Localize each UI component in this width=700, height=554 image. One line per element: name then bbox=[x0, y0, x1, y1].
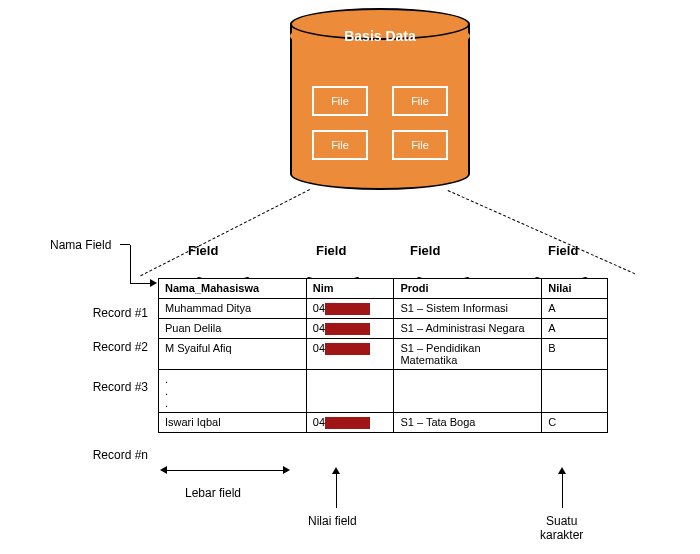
col-header-prodi: Prodi bbox=[394, 279, 542, 299]
cell-nilai: A bbox=[542, 299, 608, 319]
record-label-1: Record #1 bbox=[68, 306, 148, 320]
ellipsis-cell bbox=[306, 370, 394, 413]
karakter-arrowhead bbox=[558, 467, 566, 474]
lebar-arrow-line bbox=[167, 470, 283, 471]
col-header-nama: Nama_Mahasiswa bbox=[159, 279, 307, 299]
nim-prefix: 04 bbox=[313, 322, 325, 334]
field-label-2: Field bbox=[316, 243, 346, 258]
cell-nilai: A bbox=[542, 319, 608, 339]
redacted-block bbox=[325, 343, 370, 355]
nama-field-label: Nama Field bbox=[50, 238, 111, 252]
nama-field-connector bbox=[120, 244, 130, 245]
diagram-root: { "db": { "title": "Basis Data", "file_l… bbox=[0, 0, 700, 554]
field-label-3: Field bbox=[410, 243, 440, 258]
cell-nama: Muhammad Ditya bbox=[159, 299, 307, 319]
field-label-4: Field bbox=[548, 243, 578, 258]
cell-nim: 04 bbox=[306, 339, 394, 370]
cell-nilai: B bbox=[542, 339, 608, 370]
lebar-field-label: Lebar field bbox=[185, 486, 241, 500]
cell-nama: M Syaiful Afiq bbox=[159, 339, 307, 370]
nama-field-line-v bbox=[130, 245, 131, 283]
dash-line-left bbox=[140, 189, 310, 276]
file-box-3: File bbox=[312, 130, 368, 160]
file-box-2: File bbox=[392, 86, 448, 116]
col-header-nilai: Nilai bbox=[542, 279, 608, 299]
brace-4: ⏟ bbox=[535, 270, 587, 276]
table-row: Iswari Iqbal 04 S1 – Tata Boga C bbox=[159, 413, 608, 433]
suatu-karakter-label: Suatu karakter bbox=[540, 514, 583, 542]
cell-nim: 04 bbox=[306, 299, 394, 319]
brace-2: ⏟ bbox=[307, 270, 359, 276]
table-row: M Syaiful Afiq 04 S1 – Pendidikan Matema… bbox=[159, 339, 608, 370]
cell-nama: Puan Delila bbox=[159, 319, 307, 339]
cell-prodi: S1 – Sistem Informasi bbox=[394, 299, 542, 319]
table-header-row: Nama_Mahasiswa Nim Prodi Nilai bbox=[159, 279, 608, 299]
field-label-1: Field bbox=[188, 243, 218, 258]
lebar-arrowhead-right bbox=[283, 466, 290, 474]
db-title: Basis Data bbox=[290, 28, 470, 44]
ellipsis-cell bbox=[394, 370, 542, 413]
cell-nim: 04 bbox=[306, 319, 394, 339]
redacted-block bbox=[325, 417, 370, 429]
ellipsis-cell bbox=[542, 370, 608, 413]
nilai-field-label: Nilai field bbox=[308, 514, 357, 528]
table-row: Puan Delila 04 S1 – Administrasi Negara … bbox=[159, 319, 608, 339]
cell-nama: Iswari Iqbal bbox=[159, 413, 307, 433]
record-label-3: Record #3 bbox=[68, 380, 148, 394]
redacted-block bbox=[325, 323, 370, 335]
file-box-4: File bbox=[392, 130, 448, 160]
file-box-1: File bbox=[312, 86, 368, 116]
cell-prodi: S1 – Administrasi Negara bbox=[394, 319, 542, 339]
cell-prodi: S1 – Tata Boga bbox=[394, 413, 542, 433]
cell-nilai: C bbox=[542, 413, 608, 433]
nim-prefix: 04 bbox=[313, 342, 325, 354]
brace-1: ⏟ bbox=[197, 270, 249, 276]
brace-3: ⏟ bbox=[417, 270, 469, 276]
nama-field-arrowhead bbox=[150, 279, 157, 287]
nama-field-line-h bbox=[130, 283, 152, 284]
karakter-arrow-line bbox=[562, 474, 563, 508]
cell-nim: 04 bbox=[306, 413, 394, 433]
record-label-n: Record #n bbox=[68, 448, 148, 462]
nilai-arrow-line bbox=[336, 474, 337, 508]
records-table: Nama_Mahasiswa Nim Prodi Nilai Muhammad … bbox=[158, 278, 608, 433]
lebar-arrowhead-left bbox=[160, 466, 167, 474]
nim-prefix: 04 bbox=[313, 416, 325, 428]
dash-line-right bbox=[448, 190, 636, 274]
redacted-block bbox=[325, 303, 370, 315]
cell-prodi: S1 – Pendidikan Matematika bbox=[394, 339, 542, 370]
nilai-arrowhead bbox=[332, 467, 340, 474]
col-header-nim: Nim bbox=[306, 279, 394, 299]
ellipsis-row: ... bbox=[159, 370, 608, 413]
table-row: Muhammad Ditya 04 S1 – Sistem Informasi … bbox=[159, 299, 608, 319]
ellipsis-cell: ... bbox=[159, 370, 307, 413]
nim-prefix: 04 bbox=[313, 302, 325, 314]
record-label-2: Record #2 bbox=[68, 340, 148, 354]
